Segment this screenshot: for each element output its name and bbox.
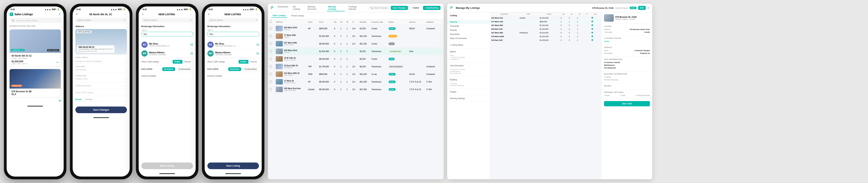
table-row[interactable]: 77 West 24th Flatiron $1,825,000 0 1 1 1…	[268, 32, 444, 40]
list-item[interactable]: 377 West 11th $856,000 1 1 1	[490, 20, 601, 24]
sidebar-item-agents-section[interactable]: Agents	[447, 49, 490, 53]
more-btn-3[interactable]: ···	[190, 12, 192, 16]
agent-row-3[interactable]: MZ Mo Zhou Meet Sky Real Estate LLC ⛓	[205, 40, 262, 49]
row-9-check[interactable]	[268, 86, 274, 93]
sidebar-item-showing[interactable]: Showing Settings	[447, 96, 490, 101]
nav-dashboard[interactable]: Dashboard	[277, 5, 289, 11]
close-btn-4[interactable]: ×	[208, 12, 210, 16]
more-btn-4[interactable]: ···	[256, 12, 258, 16]
row-5-check[interactable]	[268, 55, 274, 63]
table-row[interactable]: 330 West End Ave Upper West Side Garden …	[268, 86, 444, 93]
list-item[interactable]: 203 West 21st Garden $1,024,500 2 2 1	[490, 16, 601, 20]
add-listing-icon[interactable]: +	[58, 12, 61, 16]
row-9-actions[interactable]: ···	[438, 86, 444, 93]
list-item[interactable]: 337 West 30th Penthouse $1,024,500 3 2 1	[490, 31, 601, 35]
listing-card-1[interactable]: LISTED 07/6 - 1:0 BOLT KINDLED 55 North …	[9, 29, 61, 67]
row-3-check[interactable]	[268, 40, 274, 48]
table-row[interactable]: 520 West 23rd Chelsea AP $849,000 0 1 1 …	[268, 25, 444, 32]
tab-rental-listings[interactable]: Rental Listings	[289, 14, 306, 17]
search-bar-1[interactable]: 🔍 Tap here to filter listings	[9, 18, 61, 23]
manage-edit-btn[interactable]: Edit	[638, 6, 646, 10]
sidebar-item-building[interactable]: Building	[447, 78, 490, 82]
row-8-actions[interactable]: ···	[438, 78, 444, 86]
add-building-btn-desk[interactable]: + Add Building	[423, 6, 440, 10]
agent-input-2[interactable]: Mo|	[207, 32, 259, 36]
toggle-public-2[interactable]: Public	[239, 60, 248, 64]
toggle-public[interactable]: Public	[173, 60, 182, 64]
agent-input[interactable]: Mo|	[142, 32, 193, 36]
close-btn-2[interactable]: ×	[76, 12, 78, 16]
sidebar-item-listing-status[interactable]: 1 Listing Status	[447, 43, 490, 47]
agent-row-2[interactable]: MR Mónica Ribeiro Strolling & Associates…	[138, 49, 196, 58]
agent-row-4[interactable]: MR Mónica Ribeiro Strolling & Associates…	[205, 49, 262, 58]
show-listings-toggle-2[interactable]: Public Internal	[239, 60, 259, 64]
row-1-actions[interactable]: ···	[438, 25, 444, 32]
list-item[interactable]: 579 West 215th $1,024,500 2 2 1	[490, 35, 601, 38]
save-changes-btn[interactable]: Save Changes	[75, 107, 127, 113]
sidebar-item-transactbl[interactable]: Transactbl	[447, 24, 490, 28]
row-2-check[interactable]	[268, 32, 274, 40]
option-resale[interactable]: Resale	[75, 98, 82, 101]
table-row[interactable]: 17 West St Financial District AP $8,450,…	[268, 78, 444, 86]
row-4-actions[interactable]: ···	[438, 48, 444, 55]
row-7-actions[interactable]: ···	[438, 70, 444, 78]
show-listings-toggle[interactable]: Public Internal	[173, 60, 193, 64]
agent-row-1[interactable]: MZ Mo Zhou Meet Sky Real Estate LLC ⛓	[138, 40, 196, 49]
excl-btn-coexclusive-2[interactable]: Co-Exclusive	[242, 67, 259, 71]
close-btn-3[interactable]: ×	[142, 12, 144, 16]
jump-select-3[interactable]: Jump to section ▾	[142, 18, 193, 22]
select-btn-desk[interactable]: + Select	[409, 6, 421, 10]
edit-icon-1[interactable]: ✏	[56, 61, 59, 64]
table-row[interactable]: 537 West 34th Hudson Yards $8,450,000 0 …	[268, 40, 444, 48]
excl-btn-coexclusive[interactable]: Co-Exclusive	[176, 67, 193, 71]
save-listing-btn[interactable]: Save Listing	[142, 162, 193, 169]
agent-link-icon-3[interactable]: ⛓	[256, 43, 259, 46]
list-item[interactable]: 519 East 11th $1,344,000 2 2 1	[490, 27, 601, 31]
row-6-check[interactable]	[268, 63, 274, 70]
table-row[interactable]: 19 W 74th St Upper West Side $8,450,000 …	[268, 55, 444, 63]
search-container-1[interactable]: 🔍 Search Listings	[369, 6, 389, 10]
close-icon-manage[interactable]: ×	[647, 6, 649, 10]
agent-link-icon-2[interactable]: ⛓	[190, 52, 193, 55]
nav-package-uploads[interactable]: Package Uploads	[347, 5, 365, 11]
tab-sales-listings[interactable]: Sales Listings	[271, 14, 287, 18]
row-6-actions[interactable]: ···	[438, 63, 444, 70]
table-row[interactable]: 24 East 94th St Carnegie Hill 7AP $1,795…	[268, 63, 444, 70]
manage-header-right: 570 Broome St, #13A Madison Square Activ…	[592, 6, 649, 10]
list-item[interactable]: 337 West 30th $1,024,500 3 2 1	[490, 24, 601, 27]
row-2-actions[interactable]: ···	[438, 32, 444, 40]
panel-save-btn[interactable]: Save / Edit	[604, 101, 650, 106]
save-changes-btn-desk[interactable]: Save Changes	[391, 6, 408, 10]
save-listing-btn-2[interactable]: Save Listing	[207, 162, 259, 169]
nav-my-listings[interactable]: My Listings	[292, 5, 304, 11]
sidebar-item-notes[interactable]: Notes & Comments	[447, 36, 490, 40]
row-7-check[interactable]	[268, 70, 274, 78]
jump-select[interactable]: Jump to section ▾	[75, 18, 127, 22]
select-all-checkbox[interactable]	[270, 21, 272, 23]
excl-btn-exclusive[interactable]: Exclusive	[162, 67, 175, 71]
excl-btn-exclusive-2[interactable]: Exclusive	[228, 67, 241, 71]
sidebar-item-unit-info[interactable]: Unit Information	[447, 64, 490, 68]
agent-link-icon-4[interactable]: ⛓	[256, 52, 259, 55]
row-8-check[interactable]	[268, 78, 274, 86]
toggle-internal[interactable]: Internal	[182, 60, 193, 64]
jump-select-4[interactable]: Jump to section ▾	[207, 18, 259, 22]
sidebar-item-images[interactable]: Images	[447, 90, 490, 94]
table-row[interactable]: 414 West 49th St Hell's Kitchen 3HW $849…	[268, 70, 444, 78]
row-5-actions[interactable]: ···	[438, 55, 444, 63]
sidebar-item-amenity[interactable]: Amenity	[447, 28, 490, 32]
agent-link-icon-1[interactable]: ⛓	[190, 43, 193, 46]
row-4-check[interactable]	[268, 48, 274, 55]
option-sponsor[interactable]: Sponsor	[85, 98, 93, 101]
nav-manage-listings[interactable]: Manage Listings	[327, 5, 345, 11]
row-3-actions[interactable]: ···	[438, 40, 444, 48]
listing-card-2[interactable]: LISTED 07/16 570 Broome St 4B $1,4	[9, 69, 61, 97]
toggle-internal-2[interactable]: Internal	[248, 60, 259, 64]
list-item[interactable]: 519 East 11th $1,029,000 2 2 1	[490, 38, 601, 42]
table-row[interactable]: 536 West 23rd Chelsea $1,825,000 0 1 1	[268, 48, 444, 55]
more-btn-2[interactable]: ···	[124, 12, 127, 16]
sidebar-item-description[interactable]: Description	[447, 32, 490, 36]
sidebar-item-general[interactable]: General	[447, 20, 490, 24]
row-1-check[interactable]	[268, 25, 274, 32]
nav-meeting-accounts[interactable]: Meeting Accounts	[306, 5, 324, 11]
